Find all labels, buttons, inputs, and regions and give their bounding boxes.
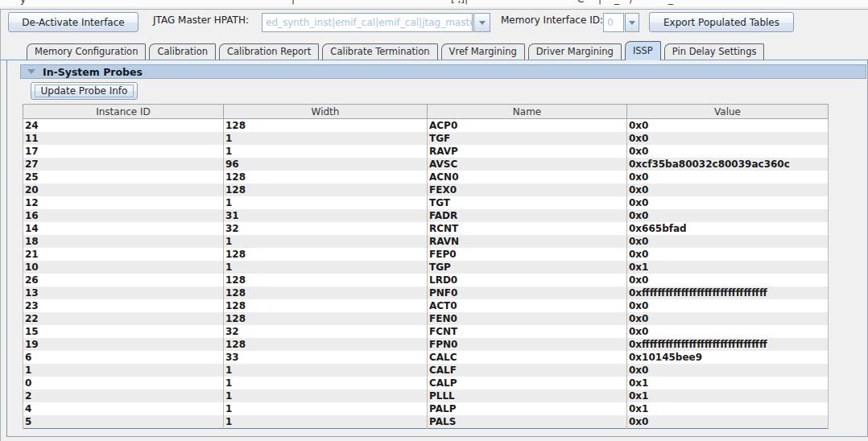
collapse-triangle-icon[interactable] (27, 69, 35, 74)
tab-driver-margining[interactable]: Driver Margining (528, 43, 622, 60)
cell-name[interactable]: CALF (428, 364, 627, 377)
cell-name[interactable]: ACP0 (428, 119, 627, 133)
cell-width[interactable]: 1 (224, 132, 428, 145)
cell-value[interactable]: 0x0 (627, 415, 829, 429)
cell-value[interactable]: 0x0 (627, 132, 829, 145)
cell-width[interactable]: 32 (224, 325, 428, 338)
cell-name[interactable]: PNF0 (428, 286, 627, 299)
cell-value[interactable]: 0x0 (627, 235, 829, 248)
table-row[interactable]: 171RAVP0x0 (23, 145, 829, 158)
table-row[interactable]: 101TGP0x1 (23, 261, 829, 274)
table-row[interactable]: 23128ACT00x0 (23, 299, 829, 312)
cell-name[interactable]: CALP (428, 377, 627, 389)
cell-instance-id[interactable]: 26 (23, 274, 224, 286)
cell-value[interactable]: 0x0 (627, 364, 829, 377)
deactivate-interface-button[interactable]: De-Activate Interface (8, 12, 138, 32)
table-row[interactable]: 19128FPN00xfffffffffffffffffffffffffffff… (23, 338, 829, 351)
cell-width[interactable]: 1 (224, 377, 428, 389)
cell-instance-id[interactable]: 14 (23, 222, 224, 235)
table-row[interactable]: 1631FADR0x0 (23, 209, 829, 222)
tab-calibration-report[interactable]: Calibration Report (219, 43, 319, 60)
memory-interface-id-select[interactable]: 0 (603, 13, 639, 32)
cell-instance-id[interactable]: 2 (23, 389, 224, 402)
cell-value[interactable]: 0x0 (627, 183, 829, 196)
tab-calibrate-termination[interactable]: Calibrate Termination (322, 43, 437, 60)
cell-value[interactable]: 0xffffffffffffffffffffffffffffffff (627, 286, 829, 299)
cell-value[interactable]: 0x0 (627, 248, 829, 261)
column-header-value[interactable]: Value (627, 105, 829, 119)
cell-width[interactable]: 1 (224, 235, 428, 248)
cell-instance-id[interactable]: 16 (23, 209, 224, 222)
cell-instance-id[interactable]: 1 (23, 364, 224, 377)
table-row[interactable]: 1532FCNT0x0 (23, 325, 829, 338)
cell-width[interactable]: 1 (224, 402, 428, 415)
cell-value[interactable]: 0x0 (627, 171, 829, 183)
cell-width[interactable]: 128 (224, 274, 428, 286)
in-system-probes-header[interactable]: In-System Probes (20, 64, 866, 79)
cell-value[interactable]: 0x1 (627, 402, 829, 415)
tab-issp[interactable]: ISSP (625, 41, 661, 60)
cell-width[interactable]: 1 (224, 415, 428, 429)
table-row[interactable]: 25128ACN00x0 (23, 171, 829, 183)
cell-name[interactable]: AVSC (428, 158, 627, 171)
table-row[interactable]: 24128ACP00x0 (23, 119, 829, 133)
table-row[interactable]: 1432RCNT0x665bfad (23, 222, 829, 235)
cell-name[interactable]: FEX0 (428, 183, 627, 196)
column-header-width[interactable]: Width (224, 105, 428, 119)
cell-instance-id[interactable]: 22 (23, 312, 224, 325)
cell-value[interactable]: 0x1 (627, 389, 829, 402)
cell-name[interactable]: RCNT (428, 222, 627, 235)
tab-pin-delay-settings[interactable]: Pin Delay Settings (664, 43, 765, 60)
cell-name[interactable]: ACT0 (428, 299, 627, 312)
cell-width[interactable]: 128 (224, 183, 428, 196)
cell-width[interactable]: 128 (224, 119, 428, 133)
cell-width[interactable]: 1 (224, 261, 428, 274)
cell-value[interactable]: 0x0 (627, 119, 829, 133)
column-header-instance-id[interactable]: Instance ID (23, 105, 224, 119)
cell-width[interactable]: 96 (224, 158, 428, 171)
cell-name[interactable]: PALS (428, 415, 627, 429)
cell-width[interactable]: 128 (224, 171, 428, 183)
cell-name[interactable]: RAVP (428, 145, 627, 158)
cell-name[interactable]: FEP0 (428, 248, 627, 261)
cell-name[interactable]: FCNT (428, 325, 627, 338)
cell-width[interactable]: 128 (224, 312, 428, 325)
table-row[interactable]: 41PALP0x1 (23, 402, 829, 415)
cell-width[interactable]: 32 (224, 222, 428, 235)
cell-width[interactable]: 31 (224, 209, 428, 222)
cell-name[interactable]: ACN0 (428, 171, 627, 183)
cell-width[interactable]: 128 (224, 299, 428, 312)
cell-name[interactable]: RAVN (428, 235, 627, 248)
cell-instance-id[interactable]: 0 (23, 377, 224, 389)
cell-instance-id[interactable]: 21 (23, 248, 224, 261)
table-row[interactable]: 26128LRD00x0 (23, 274, 829, 286)
table-row[interactable]: 111TGF0x0 (23, 132, 829, 145)
cell-instance-id[interactable]: 5 (23, 415, 224, 429)
tab-memory-configuration[interactable]: Memory Configuration (27, 43, 146, 60)
cell-value[interactable]: 0xffffffffffffffffffffffffffffffff (627, 338, 829, 351)
cell-instance-id[interactable]: 11 (23, 132, 224, 145)
cell-width[interactable]: 1 (224, 145, 428, 158)
cell-instance-id[interactable]: 23 (23, 299, 224, 312)
cell-name[interactable]: FADR (428, 209, 627, 222)
cell-value[interactable]: 0x1 (627, 261, 829, 274)
cell-value[interactable]: 0xcf35ba80032c80039ac360c (627, 158, 829, 171)
cell-value[interactable]: 0x0 (627, 312, 829, 325)
cell-width[interactable]: 1 (224, 196, 428, 209)
jtag-master-hpath-select[interactable]: ed_synth_inst|emif_cal|emif_cal|jtag_mas… (262, 13, 490, 32)
cell-instance-id[interactable]: 13 (23, 286, 224, 299)
cell-value[interactable]: 0x10145bee9 (627, 351, 829, 364)
tab-calibration[interactable]: Calibration (149, 43, 216, 60)
table-row[interactable]: 11CALF0x0 (23, 364, 829, 377)
cell-name[interactable]: TGP (428, 261, 627, 274)
cell-value[interactable]: 0x0 (627, 299, 829, 312)
tab-vref-margining[interactable]: Vref Margining (441, 43, 525, 60)
cell-instance-id[interactable]: 15 (23, 325, 224, 338)
cell-width[interactable]: 128 (224, 338, 428, 351)
cell-name[interactable]: TGT (428, 196, 627, 209)
cell-width[interactable]: 1 (224, 364, 428, 377)
update-probe-info-button[interactable]: Update Probe Info (31, 82, 138, 100)
cell-name[interactable]: FEN0 (428, 312, 627, 325)
cell-width[interactable]: 128 (224, 286, 428, 299)
cell-instance-id[interactable]: 27 (23, 158, 224, 171)
